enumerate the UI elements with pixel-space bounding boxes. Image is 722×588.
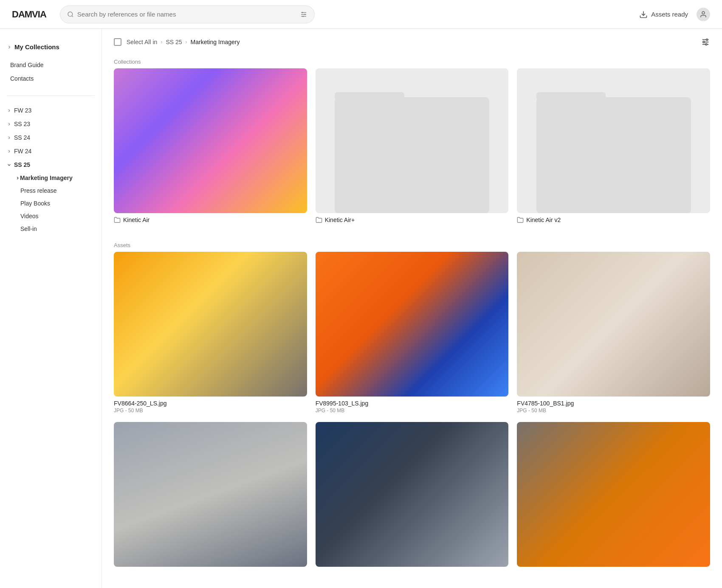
sidebar-item-marketing-imagery[interactable]: Marketing Imagery — [0, 172, 102, 184]
asset-name-2: FV4785-100_BS1.jpg — [517, 400, 710, 407]
svg-point-14 — [703, 41, 705, 43]
folder-icon — [316, 217, 322, 223]
asset-card-1[interactable]: FV8995-103_LS.jpg JPG - 50 MB — [316, 252, 509, 414]
sidebar-divider — [7, 96, 95, 96]
assets-grid: FV8664-250_LS.jpg JPG - 50 MB FV8995-103… — [102, 252, 722, 582]
sidebar-item-ss24[interactable]: SS 24 — [0, 131, 102, 144]
breadcrumb-sep-2: › — [186, 39, 187, 45]
sidebar-item-videos[interactable]: Videos — [0, 210, 102, 222]
sidebar-season-label-ss23: SS 23 — [14, 121, 30, 127]
collection-card-kinetic-air[interactable]: Kinetic Air — [114, 68, 307, 223]
sidebar-subitem-label-playbooks: Play Books — [20, 200, 50, 207]
asset-meta-0: JPG - 50 MB — [114, 408, 307, 414]
svg-point-5 — [302, 12, 303, 13]
folder-icon — [114, 217, 121, 223]
kinetic-air-v2-name: Kinetic Air v2 — [526, 217, 561, 223]
sidebar-season-label-fw24: FW 24 — [14, 148, 31, 155]
asset-meta-2: JPG - 50 MB — [517, 408, 710, 414]
chevron-right-icon — [7, 135, 11, 140]
sidebar-subitem-label-sellin: Sell-in — [20, 225, 37, 232]
my-collections-item[interactable]: My Collections — [0, 39, 102, 55]
collection-card-kinetic-air-v2[interactable]: Kinetic Air v2 — [517, 68, 710, 223]
kinetic-air-v2-thumb — [517, 68, 710, 213]
breadcrumb-marketing-imagery: Marketing Imagery — [191, 39, 240, 45]
sidebar-item-play-books[interactable]: Play Books — [0, 197, 102, 210]
user-icon — [699, 11, 707, 18]
sidebar-item-brand-guide[interactable]: Brand Guide — [0, 58, 102, 72]
asset-thumb-5 — [517, 422, 710, 567]
chevron-right-icon — [7, 122, 11, 127]
layout: My Collections Brand Guide Contacts FW 2… — [0, 29, 722, 588]
svg-point-15 — [705, 44, 707, 45]
sliders-icon — [701, 37, 710, 47]
grid-filter-icon[interactable] — [701, 37, 710, 47]
sidebar-season-label-fw23: FW 23 — [14, 107, 31, 114]
svg-point-13 — [706, 39, 708, 41]
assets-ready[interactable]: Assets ready — [639, 10, 688, 19]
sidebar-item-fw24[interactable]: FW 24 — [0, 144, 102, 158]
sidebar-subitem-label-videos: Videos — [20, 213, 39, 219]
asset-thumb-1 — [316, 252, 509, 397]
svg-point-7 — [302, 16, 304, 17]
breadcrumb-select-all[interactable]: Select All in — [127, 39, 157, 45]
svg-line-1 — [72, 16, 73, 17]
asset-name-0: FV8664-250_LS.jpg — [114, 400, 307, 407]
svg-point-9 — [702, 11, 705, 14]
asset-card-3[interactable] — [114, 422, 307, 570]
asset-card-2[interactable]: FV4785-100_BS1.jpg JPG - 50 MB — [517, 252, 710, 414]
search-input[interactable] — [77, 11, 296, 18]
asset-thumb-4 — [316, 422, 509, 567]
kinetic-air-name: Kinetic Air — [123, 217, 149, 223]
asset-thumb-2 — [517, 252, 710, 397]
logo-part2: VIA — [32, 9, 46, 20]
user-avatar[interactable] — [697, 8, 710, 21]
select-all-checkbox[interactable] — [114, 38, 121, 46]
svg-point-6 — [304, 14, 305, 15]
sidebar-season-label-ss25: SS 25 — [14, 161, 30, 168]
sidebar-subitem-label-marketing: Marketing Imagery — [20, 174, 73, 181]
collections-grid: Kinetic Air Kinetic Air+ — [102, 68, 722, 235]
sidebar-top-links: Brand Guide Contacts — [0, 55, 102, 92]
main-content: Select All in › SS 25 › Marketing Imager… — [102, 29, 722, 588]
sidebar-season-label-ss24: SS 24 — [14, 134, 30, 141]
sidebar: My Collections Brand Guide Contacts FW 2… — [0, 29, 102, 588]
kinetic-air-plus-label: Kinetic Air+ — [316, 217, 509, 223]
asset-card-4[interactable] — [316, 422, 509, 570]
filter-sliders-icon[interactable] — [300, 11, 307, 18]
kinetic-air-label: Kinetic Air — [114, 217, 307, 223]
nav-right: Assets ready — [639, 8, 710, 21]
asset-thumb-0 — [114, 252, 307, 397]
assets-section-label: Assets — [102, 235, 722, 252]
kinetic-air-plus-name: Kinetic Air+ — [325, 217, 355, 223]
chevron-right-icon — [7, 108, 11, 113]
breadcrumb-ss25[interactable]: SS 25 — [166, 39, 182, 45]
sidebar-item-press-release[interactable]: Press release — [0, 184, 102, 197]
sidebar-subitem-label-press: Press release — [20, 187, 57, 194]
breadcrumb-sep-1: › — [161, 39, 162, 45]
chevron-right-icon — [7, 149, 11, 154]
my-collections-label: My Collections — [14, 43, 59, 51]
sidebar-item-ss23[interactable]: SS 23 — [0, 117, 102, 131]
logo[interactable]: DAMVIA — [12, 9, 46, 20]
collections-section-label: Collections — [102, 52, 722, 68]
asset-name-1: FV8995-103_LS.jpg — [316, 400, 509, 407]
folder-icon — [517, 217, 524, 223]
asset-meta-1: JPG - 50 MB — [316, 408, 509, 414]
chevron-right-icon — [15, 176, 20, 180]
sidebar-item-contacts[interactable]: Contacts — [0, 72, 102, 85]
kinetic-air-thumb — [114, 68, 307, 213]
kinetic-air-v2-label: Kinetic Air v2 — [517, 217, 710, 223]
sidebar-item-fw23[interactable]: FW 23 — [0, 104, 102, 117]
assets-ready-label: Assets ready — [651, 11, 688, 18]
sidebar-item-sell-in[interactable]: Sell-in — [0, 222, 102, 235]
search-bar[interactable] — [60, 6, 315, 23]
collection-card-kinetic-air-plus[interactable]: Kinetic Air+ — [316, 68, 509, 223]
breadcrumb: Select All in › SS 25 › Marketing Imager… — [102, 29, 722, 52]
asset-card-5[interactable] — [517, 422, 710, 570]
asset-card-0[interactable]: FV8664-250_LS.jpg JPG - 50 MB — [114, 252, 307, 414]
svg-point-0 — [68, 12, 73, 17]
sidebar-item-ss25[interactable]: SS 25 — [0, 158, 102, 172]
sidebar-seasons: FW 23 SS 23 SS 24 FW 24 SS 25 — [0, 103, 102, 236]
logo-part1: DAM — [12, 9, 32, 20]
topnav: DAMVIA Assets ready — [0, 0, 722, 29]
